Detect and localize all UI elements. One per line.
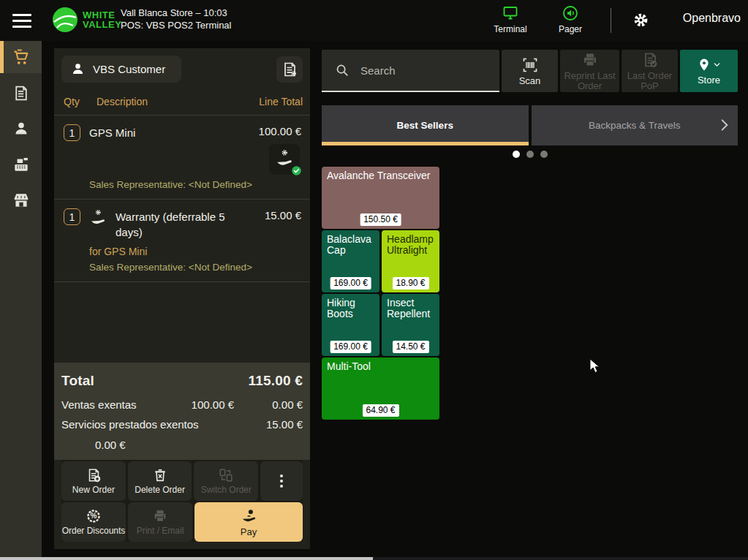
last-order-receipt-icon bbox=[641, 51, 659, 69]
tax-amount: 0.00 € bbox=[234, 398, 303, 411]
reprint-last-order-button[interactable]: Reprint Last Order bbox=[560, 50, 619, 92]
sales-representative-line: Sales Representative: <Not Defined> bbox=[89, 179, 301, 190]
barcode-icon bbox=[521, 56, 539, 74]
chevron-down-icon bbox=[712, 60, 722, 69]
search-input[interactable] bbox=[360, 64, 485, 77]
topbar-divider bbox=[611, 8, 611, 33]
delete-order-button[interactable]: Delete Order bbox=[128, 461, 192, 501]
total-label: Total bbox=[61, 373, 94, 389]
product-name: Headlamp Ultralight bbox=[387, 234, 434, 256]
order-lines-empty-area bbox=[54, 282, 310, 363]
order-discounts-button[interactable]: Order Discounts bbox=[61, 502, 126, 542]
tax-label: Servicios prestados exentos bbox=[61, 418, 234, 431]
pager-dot[interactable] bbox=[526, 151, 534, 158]
customer-selector-button[interactable]: VBS Customer bbox=[61, 56, 181, 83]
tab-backpacks-travels[interactable]: Backpacks & Travels bbox=[532, 105, 738, 145]
line-total: 100.00 € bbox=[259, 124, 301, 137]
chevron-right-icon[interactable] bbox=[717, 118, 732, 132]
related-product-line: for GPS Mini bbox=[89, 246, 301, 257]
location-pin-icon bbox=[696, 57, 712, 73]
tax-label: Ventas exentas bbox=[61, 398, 154, 411]
receipt-plus-icon bbox=[86, 467, 102, 483]
more-options-button[interactable] bbox=[260, 461, 303, 501]
line-qty: 1 bbox=[64, 208, 80, 225]
reprint-printer-icon bbox=[581, 51, 599, 69]
receipt-gear-icon bbox=[281, 61, 298, 78]
brand-logo: WHITE VALLEY bbox=[51, 6, 121, 34]
menu-icon[interactable] bbox=[12, 11, 31, 30]
pager-dot-active[interactable] bbox=[513, 151, 520, 158]
product-tile-insect-repellent[interactable]: Insect Repellent 14.50 € bbox=[382, 294, 439, 356]
customer-icon bbox=[12, 120, 30, 137]
search-icon bbox=[334, 62, 350, 78]
customer-name: VBS Customer bbox=[93, 63, 165, 75]
order-panel: VBS Customer Qty Description Line Total … bbox=[54, 48, 310, 549]
check-badge-icon bbox=[291, 165, 302, 176]
product-name: Multi-Tool bbox=[327, 361, 434, 372]
terminal-label: Terminal bbox=[494, 24, 526, 34]
left-sidebar bbox=[0, 41, 42, 557]
tax-base-amount: 15.00 € bbox=[234, 418, 303, 431]
terminal-status-button[interactable]: Terminal bbox=[487, 4, 534, 34]
top-bar: WHITE VALLEY Vall Blanca Store – 10:03 P… bbox=[0, 0, 748, 41]
last-order-pop-button[interactable]: Last Order PoP bbox=[622, 50, 678, 92]
category-tabs: Best Sellers Backpacks & Travels bbox=[322, 105, 738, 145]
cash-register-icon bbox=[12, 155, 31, 174]
product-price: 14.50 € bbox=[392, 341, 428, 353]
hand-coin-icon bbox=[241, 508, 257, 525]
switch-order-button[interactable]: Switch Order bbox=[194, 461, 258, 501]
vertical-dots-icon bbox=[280, 474, 283, 488]
product-tile-headlamp-ultralight[interactable]: Headlamp Ultralight 18.90 € bbox=[382, 230, 439, 292]
col-line-total: Line Total bbox=[259, 96, 303, 107]
product-price: 169.00 € bbox=[330, 277, 371, 290]
settings-gear-icon[interactable] bbox=[632, 11, 650, 29]
new-order-button[interactable]: New Order bbox=[61, 461, 126, 501]
sidebar-item-journal[interactable] bbox=[0, 77, 42, 109]
line-description: GPS Mini bbox=[89, 124, 135, 140]
order-line-warranty[interactable]: 1 Warranty (deferrable 5 days) 15.00 € f… bbox=[54, 200, 310, 282]
product-price: 18.90 € bbox=[392, 277, 428, 290]
product-tile-hiking-boots[interactable]: Hiking Boots 169.00 € bbox=[322, 294, 379, 356]
tax-base-amount: 100.00 € bbox=[154, 398, 234, 411]
search-box[interactable] bbox=[322, 50, 499, 92]
sidebar-item-customers[interactable] bbox=[0, 113, 42, 145]
store-selector-button[interactable]: Store bbox=[680, 50, 738, 92]
sidebar-item-cash-management[interactable] bbox=[0, 148, 42, 181]
warranty-service-indicator-button[interactable] bbox=[269, 144, 300, 175]
tab-best-sellers[interactable]: Best Sellers bbox=[322, 105, 529, 145]
order-line-gps-mini[interactable]: 1 GPS Mini 100.00 € Sales Representative… bbox=[54, 116, 310, 200]
col-qty: Qty bbox=[64, 96, 97, 107]
product-tile-avalanche-transceiver[interactable]: Avalanche Transceiver 150.50 € bbox=[322, 167, 439, 229]
product-tile-multi-tool[interactable]: Multi-Tool 64.90 € bbox=[322, 357, 439, 420]
line-total: 15.00 € bbox=[265, 208, 301, 222]
switch-order-icon bbox=[218, 467, 234, 483]
order-properties-button[interactable] bbox=[276, 56, 303, 83]
tax-amount: 0.00 € bbox=[61, 434, 303, 451]
pager-button[interactable]: Pager bbox=[548, 4, 592, 34]
total-amount: 115.00 € bbox=[248, 373, 303, 389]
horizontal-scrollbar-thumb[interactable] bbox=[0, 557, 373, 560]
sidebar-item-store[interactable] bbox=[0, 184, 42, 216]
scan-button[interactable]: Scan bbox=[502, 50, 558, 92]
col-description: Description bbox=[97, 96, 259, 107]
product-price: 169.00 € bbox=[330, 341, 371, 353]
product-price: 150.50 € bbox=[360, 213, 401, 226]
order-actions: New Order Delete Order Switch Order Orde… bbox=[61, 460, 303, 542]
print-email-button[interactable]: Print / Email bbox=[128, 502, 192, 542]
sidebar-item-sale[interactable] bbox=[0, 41, 42, 73]
tax-row: Servicios prestados exentos 15.00 € bbox=[61, 415, 303, 434]
pay-button[interactable]: Pay bbox=[194, 502, 303, 542]
category-pager-dots bbox=[322, 151, 738, 158]
pager-label: Pager bbox=[559, 24, 582, 34]
pager-speaker-icon bbox=[562, 4, 579, 22]
trash-icon bbox=[152, 467, 168, 483]
product-grid: Avalanche Transceiver 150.50 € Balaclava… bbox=[322, 167, 439, 420]
product-tile-balaclava-cap[interactable]: Balaclava Cap 169.00 € bbox=[322, 230, 379, 292]
product-price: 64.90 € bbox=[362, 404, 398, 417]
terminal-info: Vall Blanca Store – 10:03 POS: VBS POS2 … bbox=[121, 7, 232, 31]
product-name: Balaclava Cap bbox=[327, 234, 374, 256]
catalog-toolbar: Scan Reprint Last Order Last Order PoP S… bbox=[322, 50, 738, 92]
store-icon bbox=[12, 191, 31, 210]
pos-terminal-name: POS: VBS POS2 Terminal bbox=[121, 19, 232, 31]
pager-dot[interactable] bbox=[540, 151, 548, 158]
